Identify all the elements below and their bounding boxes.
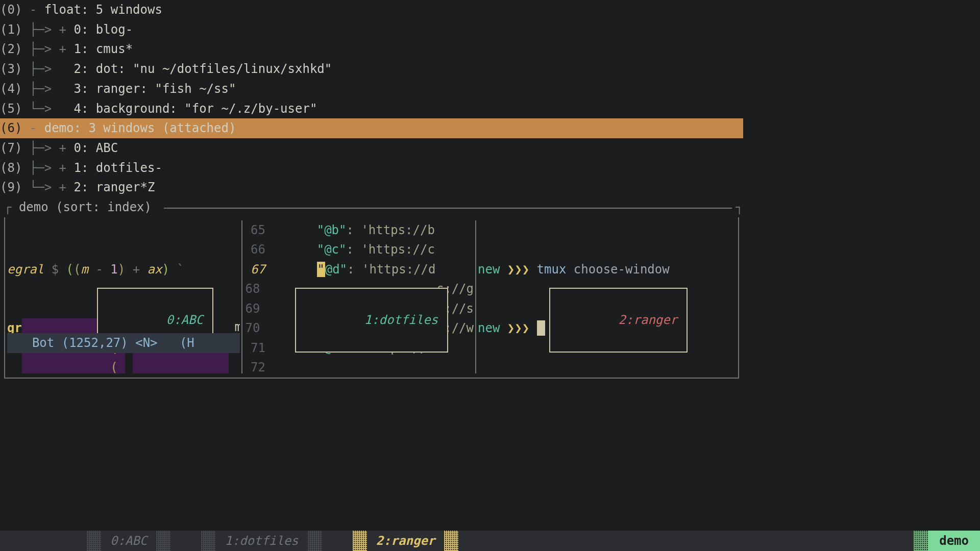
tree-label: 0: blog-	[74, 20, 133, 40]
pane-separator	[240, 220, 244, 373]
pane-badge-2[interactable]: 2:ranger	[549, 288, 688, 353]
pane-badge-1[interactable]: 1:dotfiles	[295, 288, 448, 353]
tree-index: (5)	[0, 99, 22, 119]
tree-row[interactable]: (8) ├─> + 1: dotfiles-	[0, 158, 743, 178]
line-number: 72	[244, 358, 273, 373]
tree-label: 1: cmus*	[74, 39, 133, 59]
preview-pane-0[interactable]: egral $ ( ( m - 1 ) + ax ) ` gral	[7, 220, 240, 373]
tree-label: 2: dot: "nu ~/dotfiles/linux/sxhkd"	[74, 59, 332, 79]
line-number: 65	[244, 220, 273, 240]
tree-index: (3)	[0, 59, 22, 79]
tree-index: (9)	[0, 178, 22, 197]
tree-row[interactable]: (0) - float: 5 windows	[0, 0, 743, 20]
tree-label: 1: dotfiles-	[74, 158, 162, 178]
tree-index: (0)	[0, 0, 22, 20]
tree-row[interactable]: (1) ├─> + 0: blog-	[0, 20, 743, 40]
tree-index: (7)	[0, 138, 22, 158]
config-line: 66 "@c": 'https://c	[244, 240, 474, 260]
code-text: egral	[7, 260, 52, 280]
tree-row[interactable]: (7) ├─> + 0: ABC	[0, 138, 743, 158]
tree-row[interactable]: (3) ├─> 2: dot: "nu ~/dotfiles/linux/sxh…	[0, 59, 743, 79]
preview-pane-1[interactable]: 65 "@b": 'https://b66 "@c": 'https://c67…	[244, 220, 474, 373]
editor-cursor: "	[317, 262, 325, 277]
tree-label: 3: ranger: "fish ~/ss"	[74, 79, 236, 99]
preview-pane-2[interactable]: new ❯❯❯ tmux choose-window new ❯❯❯ 2:ran…	[478, 220, 736, 373]
shell-prompt: ❯❯❯	[507, 260, 537, 280]
pane-separator	[474, 220, 478, 373]
line-number: 71	[244, 338, 273, 358]
preview-area: egral $ ( ( m - 1 ) + ax ) ` gral	[0, 217, 743, 379]
tree-index: (6)	[0, 118, 22, 138]
line-number: 66	[244, 240, 273, 260]
config-line: 65 "@b": 'https://b	[244, 220, 474, 240]
config-line: 72	[244, 358, 474, 373]
session-tree: (0) - float: 5 windows(1) ├─> + 0: blog-…	[0, 0, 743, 197]
line-number: 68	[244, 279, 267, 299]
tree-label: 4: background: "for ~/.z/by-user"	[74, 99, 317, 119]
tree-row[interactable]: (4) ├─> 3: ranger: "fish ~/ss"	[0, 79, 743, 99]
tree-row[interactable]: (2) ├─> + 1: cmus*	[0, 39, 743, 59]
config-line: 67 "@d": 'https://d	[244, 260, 474, 280]
line-number: 70	[244, 318, 267, 338]
tree-label: demo: 3 windows (attached)	[44, 118, 236, 138]
tree-index: (8)	[0, 158, 22, 178]
tree-index: (1)	[0, 20, 22, 40]
line-number: 69	[244, 299, 267, 319]
tree-row-selected[interactable]: (6) - demo: 3 windows (attached)	[0, 118, 743, 138]
line-number: 67	[244, 260, 273, 280]
tree-row[interactable]: (9) └─> + 2: ranger*Z	[0, 178, 743, 197]
tree-index: (2)	[0, 39, 22, 59]
editor-statusline: Bot (1252,27) <N> (H	[7, 333, 240, 353]
tree-label: 0: ABC	[74, 138, 118, 158]
tree-label: float: 5 windows	[44, 0, 162, 20]
preview-divider: ┌ demo (sort: index) ┐	[0, 197, 743, 217]
shell-cursor	[537, 320, 545, 336]
preview-title: demo (sort: index)	[11, 197, 159, 217]
tree-index: (4)	[0, 79, 22, 99]
shell-prompt: ❯❯❯	[507, 318, 537, 338]
tree-row[interactable]: (5) └─> 4: background: "for ~/.z/by-user…	[0, 98, 743, 118]
tree-label: 2: ranger*Z	[74, 178, 155, 197]
